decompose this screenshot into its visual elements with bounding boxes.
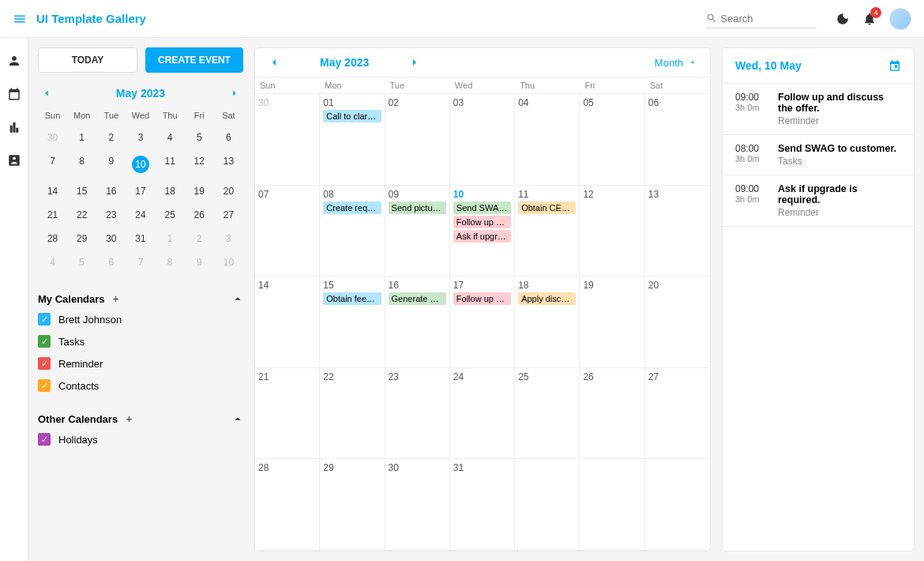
mini-day[interactable]: 27 [214,205,243,224]
mini-day[interactable]: 3 [126,128,155,147]
add-other-calendar-icon[interactable]: + [126,412,132,425]
cal-cell[interactable]: 03 [450,94,515,185]
mini-day[interactable]: 9 [185,253,214,272]
mini-day[interactable]: 10 [214,253,243,272]
checkbox-icon[interactable]: ✓ [38,379,51,392]
calendar-item[interactable]: ✓Brett Johnson [38,313,243,326]
cal-cell[interactable]: 23 [385,368,450,459]
nav-profile-icon[interactable] [7,54,21,68]
collapse-other-calendars-icon[interactable] [232,413,243,424]
mini-day[interactable]: 5 [67,253,96,272]
cal-cell[interactable]: 30 [385,459,450,550]
avatar[interactable] [889,8,911,30]
cal-cell[interactable]: 20 [645,277,710,367]
view-selector[interactable]: Month [655,57,697,69]
event-chip[interactable]: Ask if upgrad… [453,230,511,243]
cal-cell[interactable]: 14 [255,277,320,367]
mini-day[interactable]: 29 [67,229,96,248]
notifications-icon[interactable]: 4 [862,12,877,26]
event-chip[interactable]: Apply discou… [518,292,576,305]
event-chip[interactable]: Follow up and… [453,216,511,228]
nav-calendar-icon[interactable] [7,87,21,101]
mini-day[interactable]: 4 [38,253,67,272]
cal-cell[interactable]: 09Send pictures… [385,186,450,277]
cal-cell[interactable]: 04 [515,94,580,185]
cal-cell[interactable] [515,459,580,550]
cal-cell[interactable]: 07 [255,186,320,277]
cal-cell[interactable]: 11Obtain CEO c… [515,186,580,277]
mini-cal-prev-icon[interactable] [41,88,52,99]
calendar-item[interactable]: ✓Contacts [38,379,243,392]
mini-day[interactable]: 30 [38,128,67,147]
agenda-item[interactable]: 09:003h 0mAsk if upgrade is required.Rem… [723,175,914,227]
cal-cell[interactable]: 27 [645,368,710,459]
event-chip[interactable]: Send SWAG t… [453,201,511,214]
add-my-calendar-icon[interactable]: + [113,292,119,305]
create-event-button[interactable]: CREATE EVENT [145,47,243,73]
mini-day[interactable]: 16 [96,182,126,201]
event-chip[interactable]: Obtain CEO c… [518,201,576,214]
search-box[interactable] [706,9,817,28]
mini-day[interactable]: 18 [156,182,185,201]
cal-cell[interactable]: 10Send SWAG t…Follow up and…Ask if upgra… [450,186,515,277]
mini-day[interactable]: 17 [126,182,155,201]
mini-day[interactable]: 5 [185,128,214,147]
checkbox-icon[interactable]: ✓ [38,357,51,370]
nav-contacts-icon[interactable] [7,153,21,168]
cal-cell[interactable]: 12 [580,186,644,277]
checkbox-icon[interactable]: ✓ [38,313,51,326]
cal-cell[interactable]: 18Apply discou… [515,277,580,367]
cal-cell[interactable]: 22 [320,368,385,459]
mini-day[interactable]: 3 [214,229,243,248]
cal-cell[interactable] [645,459,710,550]
mini-day[interactable]: 23 [96,205,126,224]
event-chip[interactable]: Follow up and… [453,292,511,305]
agenda-item[interactable]: 08:003h 0mSend SWAG to customer.Tasks [723,135,914,175]
mini-day[interactable]: 10 [126,152,155,177]
cal-cell[interactable]: 24 [450,368,515,459]
mini-day[interactable]: 7 [126,253,155,272]
cal-cell[interactable]: 19 [580,277,644,367]
cal-cell[interactable]: 06 [645,94,710,185]
mini-day[interactable]: 12 [185,152,214,177]
cal-cell[interactable]: 15Obtain feedb… [320,277,385,367]
mini-day[interactable]: 13 [214,152,243,177]
calendar-item[interactable]: ✓Reminder [38,357,243,370]
mini-day[interactable]: 4 [156,128,185,147]
event-chip[interactable]: Create reques… [323,201,381,214]
mini-day[interactable]: 25 [156,205,185,224]
mini-day[interactable]: 31 [126,229,155,248]
cal-cell[interactable]: 28 [255,459,320,550]
event-chip[interactable]: Obtain feedb… [323,292,381,305]
menu-icon[interactable] [13,12,27,26]
cal-cell[interactable]: 16Generate a qu… [385,277,450,367]
collapse-my-calendars-icon[interactable] [232,293,243,304]
agenda-item[interactable]: 09:003h 0mFollow up and discuss the offe… [723,84,914,135]
cal-cell[interactable]: 02 [385,94,450,185]
cal-next-icon[interactable] [408,56,421,69]
mini-day[interactable]: 8 [156,253,185,272]
calendar-item[interactable]: ✓Holidays [38,433,243,446]
mini-day[interactable]: 7 [38,152,67,177]
calendar-item[interactable]: ✓Tasks [38,335,243,348]
cal-cell[interactable]: 21 [255,368,320,459]
mini-day[interactable]: 28 [38,229,67,248]
mini-day[interactable]: 9 [96,152,126,177]
mini-day[interactable]: 22 [67,205,96,224]
event-chip[interactable]: Send pictures… [389,201,446,214]
mini-day[interactable]: 11 [156,152,185,177]
mini-day[interactable]: 6 [214,128,243,147]
mini-day[interactable]: 19 [185,182,214,201]
cal-cell[interactable]: 08Create reques… [320,186,385,277]
today-button[interactable]: TODAY [38,47,137,73]
checkbox-icon[interactable]: ✓ [38,433,51,446]
cal-cell[interactable]: 30 [255,94,320,185]
mini-day[interactable]: 30 [96,229,126,248]
cal-cell[interactable]: 17Follow up and… [450,277,515,367]
mini-day[interactable]: 20 [214,182,243,201]
nav-analytics-icon[interactable] [7,120,21,134]
cal-cell[interactable] [580,459,644,550]
event-chip[interactable]: Call to clarify … [323,110,381,122]
cal-prev-icon[interactable] [268,56,280,69]
mini-day[interactable]: 24 [126,205,155,224]
